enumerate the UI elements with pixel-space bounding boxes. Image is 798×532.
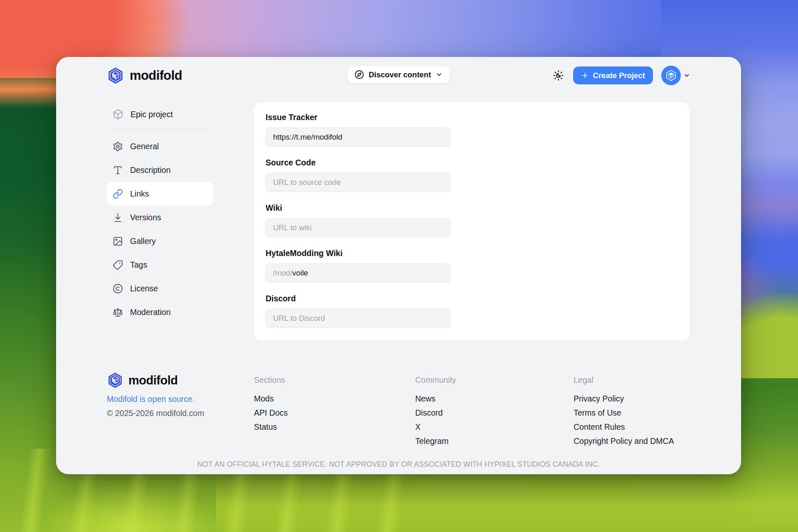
issue-tracker-label: Issue Tracker — [266, 113, 678, 122]
footer-link-copyright-dmca[interactable]: Copyright Policy and DMCA — [574, 434, 674, 448]
sidebar-item-license[interactable]: License — [107, 277, 213, 300]
hytalemodding-wiki-label: HytaleModding Wiki — [266, 249, 678, 258]
sidebar: Epic project General Description — [107, 103, 213, 324]
project-name: Epic project — [131, 110, 173, 119]
footer-brand-wordmark: modifold — [128, 374, 177, 387]
sidebar-item-label: License — [130, 284, 158, 293]
footer-link-terms-of-use[interactable]: Terms of Use — [574, 406, 674, 420]
sidebar-item-label: Description — [130, 165, 171, 175]
input-value: voile — [292, 268, 308, 278]
modifold-logo-icon — [107, 67, 124, 84]
sidebar-item-label: Links — [130, 189, 149, 199]
sidebar-item-moderation[interactable]: Moderation — [107, 300, 213, 324]
chevron-down-icon — [683, 72, 690, 79]
hytalemodding-wiki-input[interactable]: /mod/voile — [266, 264, 451, 283]
footer-column-title: Sections — [254, 375, 288, 385]
footer-link-mods[interactable]: Mods — [254, 392, 288, 406]
plus-icon — [581, 71, 589, 79]
link-icon — [113, 189, 123, 199]
sidebar-item-versions[interactable]: Versions — [107, 206, 213, 229]
footer-link-telegram[interactable]: Telegram — [415, 434, 456, 448]
sidebar-item-label: General — [130, 142, 159, 151]
account-menu[interactable] — [661, 66, 690, 85]
avatar-logo-icon — [665, 69, 677, 82]
footer-link-status[interactable]: Status — [254, 420, 288, 434]
chevron-down-icon — [436, 71, 443, 78]
sidebar-project-selector[interactable]: Epic project — [107, 103, 213, 125]
source-code-label: Source Code — [266, 158, 678, 167]
footer-brand-logo[interactable]: modifold — [107, 372, 204, 389]
input-prefix: /mod/ — [273, 268, 292, 278]
compass-icon — [355, 70, 364, 79]
footer-link-content-rules[interactable]: Content Rules — [574, 420, 674, 434]
sidebar-item-tags[interactable]: Tags — [107, 253, 213, 277]
create-project-button[interactable]: Create Project — [573, 66, 653, 84]
discord-input[interactable] — [266, 309, 451, 328]
screen: modifold Discover content — [0, 0, 798, 532]
footer-column-title: Legal — [574, 375, 674, 385]
footer-link-news[interactable]: News — [415, 392, 456, 406]
brand-wordmark: modifold — [130, 68, 182, 83]
footer-link-api-docs[interactable]: API Docs — [254, 406, 288, 420]
sidebar-item-label: Gallery — [130, 236, 156, 246]
wiki-input[interactable] — [266, 218, 451, 237]
discover-content-button[interactable]: Discover content — [347, 66, 450, 84]
sidebar-item-gallery[interactable]: Gallery — [107, 229, 213, 253]
app-window: modifold Discover content — [56, 57, 741, 474]
discord-label: Discord — [266, 294, 678, 303]
sun-moon-icon — [553, 70, 564, 81]
scale-icon — [113, 307, 123, 318]
sidebar-item-label: Tags — [130, 260, 147, 270]
wiki-label: Wiki — [266, 203, 678, 213]
footer-column-sections: Sections Mods API Docs Status — [254, 375, 288, 434]
avatar — [661, 66, 681, 85]
image-icon — [113, 236, 123, 246]
sidebar-item-label: Moderation — [130, 308, 171, 317]
issue-tracker-input[interactable] — [266, 128, 451, 147]
footer-column-legal: Legal Privacy Policy Terms of Use Conten… — [574, 375, 674, 448]
sidebar-item-label: Versions — [130, 213, 161, 222]
sidebar-item-links[interactable]: Links — [107, 182, 213, 206]
type-icon — [113, 165, 123, 175]
footer-column-community: Community News Discord X Telegram — [415, 375, 456, 448]
discover-content-label: Discover content — [369, 70, 431, 79]
create-project-label: Create Project — [593, 71, 645, 80]
footer: modifold Modifold is open source. © 2025… — [107, 372, 690, 449]
tag-icon — [113, 260, 123, 270]
header-actions: Create Project — [552, 66, 690, 85]
links-form-card: Issue Tracker Source Code Wiki HytaleMod… — [254, 102, 690, 340]
sidebar-item-description[interactable]: Description — [107, 158, 213, 182]
theme-toggle-button[interactable] — [552, 69, 565, 82]
copyright-text: © 2025-2026 modifold.com — [107, 409, 204, 418]
footer-link-privacy-policy[interactable]: Privacy Policy — [574, 392, 674, 406]
brand-logo[interactable]: modifold — [107, 67, 182, 84]
modifold-logo-icon — [107, 372, 123, 389]
download-icon — [113, 212, 123, 223]
footer-link-discord[interactable]: Discord — [415, 406, 456, 420]
box-icon — [113, 109, 123, 120]
footer-column-title: Community — [415, 375, 456, 385]
source-code-input[interactable] — [266, 173, 451, 192]
copyright-icon — [113, 283, 123, 294]
sidebar-divider — [112, 129, 208, 130]
sidebar-item-general[interactable]: General — [107, 135, 213, 158]
gear-icon — [113, 141, 123, 152]
footer-brand-block: modifold Modifold is open source. © 2025… — [107, 372, 204, 418]
disclaimer-text: NOT AN OFFICIAL HYTALE SERVICE. NOT APPR… — [56, 460, 741, 469]
footer-link-x[interactable]: X — [415, 420, 456, 434]
open-source-link[interactable]: Modifold is open source. — [107, 394, 204, 404]
